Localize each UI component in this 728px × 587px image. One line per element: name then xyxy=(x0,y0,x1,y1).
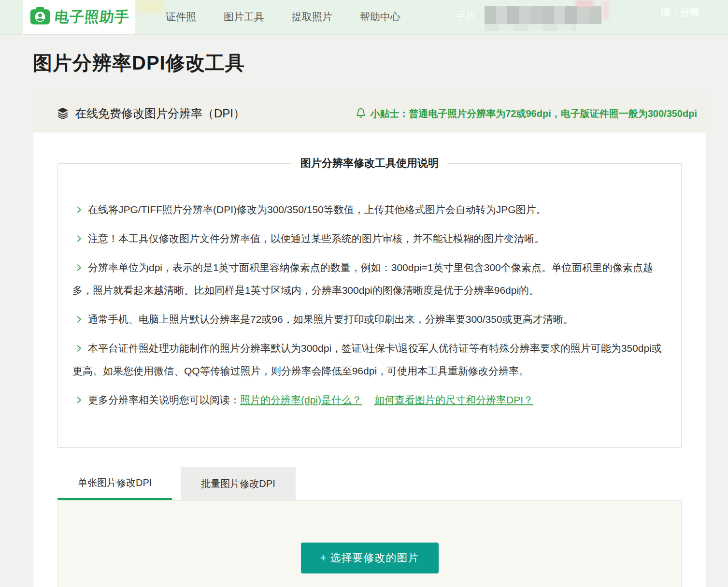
tab-bar: 单张图片修改DPI 批量图片修改DPI xyxy=(57,467,682,500)
watermark-text: 缩，分辨 xyxy=(661,6,699,19)
nav-item-help-center[interactable]: 帮助中心 xyxy=(360,10,400,24)
chevron-right-icon xyxy=(74,235,81,242)
top-header: 电子照助手 证件照 图片工具 提取照片 帮助中心 手机 缩，分辨 xyxy=(0,0,728,34)
tip-banner: 小贴士：普通电子照片分辨率为72或96dpi，电子版证件照一般为300/350d… xyxy=(356,107,697,120)
camera-logo-icon xyxy=(29,5,51,29)
chevron-right-icon xyxy=(74,206,81,213)
blur-artifact xyxy=(576,0,593,7)
phone-number-redacted xyxy=(485,6,601,24)
bell-icon xyxy=(356,107,366,120)
instructions-title: 图片分辨率修改工具使用说明 xyxy=(291,156,448,171)
watermark-blur xyxy=(136,0,163,13)
instruction-item: 分辨率单位为dpi，表示的是1英寸面积里容纳像素点的数量，例如：300dpi=1… xyxy=(72,256,668,301)
instruction-item: 通常手机、电脑上照片默认分辨率是72或96，如果照片要打印或印刷出来，分辨率要3… xyxy=(72,308,668,330)
link-how-to-check-dpi[interactable]: 如何查看图片的尺寸和分辨率DPI？ xyxy=(374,394,533,405)
card-body: 图片分辨率修改工具使用说明 在线将JPG/TIFF照片分辨率(DPI)修改为30… xyxy=(33,132,706,587)
page-title: 图片分辨率DPI修改工具 xyxy=(33,34,706,76)
instruction-item: 更多分辨率相关说明您可以阅读：照片的分辨率(dpi)是什么？如何查看图片的尺寸和… xyxy=(72,388,668,411)
nav-item-extract-photo[interactable]: 提取照片 xyxy=(292,10,332,24)
chevron-right-icon xyxy=(74,316,81,323)
instruction-item: 在线将JPG/TIFF照片分辨率(DPI)修改为300/350/150等数值，上… xyxy=(72,198,668,221)
nav-item-id-photo[interactable]: 证件照 xyxy=(166,10,196,24)
logo-text: 电子照助手 xyxy=(53,7,130,27)
phone-number-redacted-shadow xyxy=(485,24,576,31)
chevron-right-icon xyxy=(74,397,81,403)
section-title: 在线免费修改图片分辨率（DPI） xyxy=(75,106,245,121)
card-header: 在线免费修改图片分辨率（DPI） 小贴士：普通电子照片分辨率为72或96dpi，… xyxy=(33,95,706,132)
instruction-item: 本平台证件照处理功能制作的照片分辨率默认为300dpi，签证\社保卡\退役军人优… xyxy=(72,337,668,382)
instructions-box: 图片分辨率修改工具使用说明 在线将JPG/TIFF照片分辨率(DPI)修改为30… xyxy=(57,163,682,448)
layers-icon xyxy=(57,106,69,121)
tip-label: 小贴士： xyxy=(370,108,409,119)
select-image-button[interactable]: + 选择要修改的图片 xyxy=(301,543,439,573)
main-nav: 证件照 图片工具 提取照片 帮助中心 xyxy=(166,0,400,34)
tab-batch-image-dpi[interactable]: 批量图片修改DPI xyxy=(181,467,295,500)
tip-text: 普通电子照片分辨率为72或96dpi，电子版证件照一般为300/350dpi xyxy=(409,108,697,119)
tool-card: 在线免费修改图片分辨率（DPI） 小贴士：普通电子照片分辨率为72或96dpi，… xyxy=(33,95,706,587)
blur-artifact xyxy=(603,1,608,19)
tab-single-image-dpi[interactable]: 单张图片修改DPI xyxy=(57,467,172,500)
page-content: 图片分辨率DPI修改工具 在线免费修改图片分辨率（DPI） xyxy=(33,34,706,587)
logo[interactable]: 电子照助手 xyxy=(23,0,135,34)
instruction-item: 注意！本工具仅修改图片文件分辨率值，以便通过某些系统的图片审核，并不能让模糊的图… xyxy=(72,227,668,250)
upload-panel: + 选择要修改的图片 xyxy=(57,500,682,587)
phone-label: 手机 xyxy=(457,10,476,23)
link-what-is-dpi[interactable]: 照片的分辨率(dpi)是什么？ xyxy=(240,394,362,405)
chevron-right-icon xyxy=(74,345,81,352)
chevron-right-icon xyxy=(74,264,81,271)
nav-item-image-tools[interactable]: 图片工具 xyxy=(224,10,264,24)
